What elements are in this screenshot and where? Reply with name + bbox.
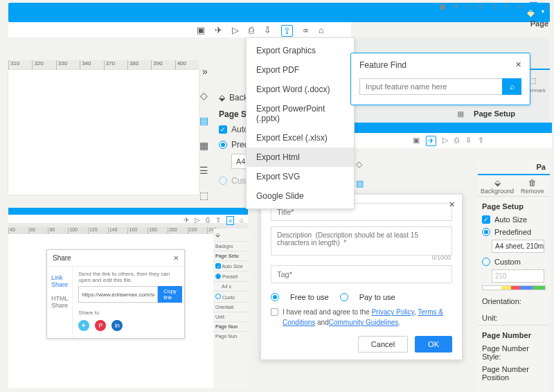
layers-icon[interactable]: ☰ [199,165,208,176]
close-icon[interactable]: ✕ [515,60,521,69]
autosize-checkbox[interactable]: ✓ [482,215,490,224]
play-icon[interactable]: ▷ [466,2,472,12]
collapse-chevron-icon[interactable]: » [202,66,208,77]
export-icon[interactable]: ⇪ [503,2,510,12]
focus-icon[interactable]: ▣ [197,25,205,37]
search-icon[interactable]: ⌕ [529,2,538,12]
tag-input[interactable] [271,265,452,283]
export-excel[interactable]: Export Excel (.xlsx) [247,128,354,148]
focus-icon[interactable]: ▣ [413,136,420,146]
pa-tab[interactable]: Pa [478,160,550,174]
export-icon[interactable]: ⇪ [215,216,221,225]
cancel-button[interactable]: Cancel [358,336,408,353]
bucket-icon[interactable]: ⬙ [481,178,514,188]
feature-find-input[interactable] [359,78,502,95]
export-graphics[interactable]: Export Graphics [247,41,354,60]
rm-label: Remove [521,188,544,195]
send-icon[interactable]: ✈ [453,2,459,12]
predefined-radio[interactable] [219,141,227,149]
export-pdf[interactable]: Export PDF [247,60,354,80]
custom-radio[interactable] [482,258,490,266]
download-icon[interactable]: ⇩ [264,25,271,37]
trash-icon[interactable]: 🗑 [521,178,544,188]
custom-input: 210 [492,269,544,283]
canvas[interactable] [8,70,199,195]
send-icon[interactable]: ✈ [426,136,436,146]
color-preset-row[interactable] [482,285,546,290]
save-icon[interactable]: ⎙ [249,25,254,37]
pns-label: Page Number Style: [478,342,550,363]
mini-bg: Backgro [213,241,249,251]
grid-icon[interactable]: ▦ [199,140,208,151]
publish-dialog: ✕ 0/1000 Free to use Pay to use I have r… [260,194,463,360]
share-icon[interactable]: ∝ [303,25,309,37]
share-url-input[interactable] [78,286,158,303]
community-link[interactable]: Community Guidelines [329,319,399,326]
close-icon[interactable]: ✕ [449,200,455,209]
share-icon[interactable]: ∝ [517,2,522,12]
autosize-checkbox[interactable]: ✓ [219,125,227,134]
view-icon[interactable]: ⬚ [199,190,208,201]
play-icon[interactable]: ▷ [232,25,239,37]
export-svg[interactable]: Export SVG [247,167,354,186]
autosize-label: Auto Size [494,215,527,224]
export-word[interactable]: Export Word (.docx) [247,80,354,99]
mini-pn: Page Nun [213,321,249,331]
mini-radio2[interactable] [215,294,221,299]
save-icon[interactable]: ⎙ [206,216,210,225]
mini-radio[interactable] [215,274,221,279]
privacy-link[interactable]: Privacy Policy [371,308,414,316]
copy-link-button[interactable]: Copy link [158,286,182,303]
mini-cu: Custo [222,295,235,300]
save-icon[interactable]: ⎙ [479,2,483,12]
home-icon[interactable]: ⌂ [319,25,324,37]
pay-radio[interactable] [340,293,348,301]
paper-select[interactable]: A4 sheet, 210mm [492,240,544,253]
page-tab[interactable]: Page [530,19,548,28]
page-icon[interactable]: ▤ [356,179,364,188]
pinterest-icon[interactable]: P [95,320,106,331]
predef-label: Predefined [494,228,531,236]
download-icon[interactable]: ⇩ [490,2,497,12]
free-radio[interactable] [271,293,279,301]
save-icon[interactable]: ⎙ [454,136,459,146]
focus-icon[interactable]: ▣ [439,2,446,12]
feature-find-search-button[interactable]: ⌕ [502,78,521,95]
description-input[interactable] [271,226,452,256]
agree-checkbox[interactable] [271,308,278,316]
pay-label: Pay to use [359,293,395,301]
predefined-radio[interactable] [482,228,490,236]
export-icon[interactable]: ⇪ [478,136,484,146]
bucket-icon[interactable]: ⬙ [219,93,225,103]
play-icon[interactable]: ▷ [195,216,200,225]
share-icon[interactable]: ∝ [226,216,234,225]
export-icon[interactable]: ⇪ [281,25,293,37]
unit-label: Unit: [478,308,550,325]
send-icon[interactable]: ✈ [184,216,189,225]
page-icon[interactable]: ▤ [199,115,208,126]
paint-icon[interactable]: ◇ [356,159,364,169]
paint-icon[interactable]: ◇ [200,90,208,101]
tab-link-share[interactable]: Link Share [47,271,72,292]
play-icon[interactable]: ▷ [443,136,448,146]
ok-button[interactable]: OK [415,336,452,353]
home-icon[interactable]: ⌂ [240,216,244,225]
export-ppt[interactable]: Export PowerPoint (.pptx) [247,99,354,128]
export-gslide[interactable]: Google Slide [247,186,354,206]
close-icon[interactable]: ✕ [173,254,179,262]
mini-side-panel: ⬙ Backgro Page Setu ✓ Auto Size Predefi … [213,229,249,389]
mini-chk[interactable]: ✓ [215,263,221,269]
p4-titlebar [8,208,248,215]
send-icon[interactable]: ✈ [215,25,222,37]
home-icon[interactable]: ⌂ [545,2,550,12]
twitter-icon[interactable]: ✦ [78,320,89,331]
tab-html-share[interactable]: HTML Share [47,292,72,312]
linkedin-icon[interactable]: in [111,320,123,331]
grid-icon[interactable]: ▦ [457,109,464,118]
custom-radio[interactable] [219,177,227,185]
download-icon[interactable]: ⇩ [465,136,472,146]
bucket-icon[interactable]: ⬙ [215,231,220,238]
bg-label: Background [481,188,514,195]
export-html[interactable]: Export Html [247,148,354,167]
feature-find-title: Feature Find [359,60,521,70]
